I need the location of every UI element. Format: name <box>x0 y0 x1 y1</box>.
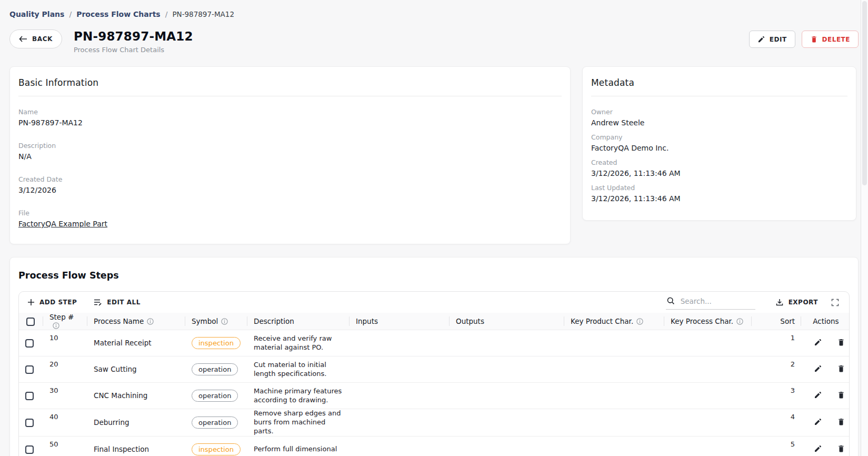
info-icon[interactable] <box>736 318 743 325</box>
column-header-kprc[interactable]: Key Process Char. <box>664 313 752 330</box>
row-checkbox[interactable] <box>25 392 34 400</box>
steps-table: Step #Process NameSymbolDescriptionInput… <box>19 313 850 456</box>
row-checkbox[interactable] <box>25 365 34 374</box>
field-created: Created3/12/2026, 11:13:46 AM <box>591 158 847 177</box>
cell-description: Remove sharp edges and burrs from machin… <box>247 409 350 437</box>
trash-icon <box>810 35 818 43</box>
pencil-icon <box>814 338 822 346</box>
symbol-chip: inspection <box>192 337 241 349</box>
scrollbar-thumb[interactable] <box>862 1 867 185</box>
table-row: 40 Deburring operation Remove sharp edge… <box>19 409 850 437</box>
breadcrumb-item-quality-plans[interactable]: Quality Plans <box>9 10 64 18</box>
cell-sort: 4 <box>752 409 801 437</box>
export-button[interactable]: EXPORT <box>774 296 819 309</box>
info-icon[interactable] <box>147 318 154 325</box>
row-delete-button[interactable] <box>835 389 847 403</box>
field-value: Andrew Steele <box>591 118 847 127</box>
basic-information-card: Basic Information NamePN-987897-MA12Desc… <box>9 66 571 244</box>
pencil-icon <box>814 364 822 373</box>
cell-description: Cut material to initial length specifica… <box>247 356 350 383</box>
field-label: Last Updated <box>591 184 847 192</box>
pencil-icon <box>814 444 822 453</box>
field-created-date: Created Date3/12/2026 <box>18 175 562 194</box>
info-icon[interactable] <box>636 318 643 325</box>
row-checkbox[interactable] <box>25 445 34 454</box>
row-edit-button[interactable] <box>812 442 824 456</box>
cell-description: Receive and verify raw material against … <box>247 330 350 356</box>
table-toolbar: ADD STEP EDIT ALL EXPORT <box>19 292 849 313</box>
column-header-kpc[interactable]: Key Product Char. <box>564 313 664 330</box>
cell-inputs <box>350 436 450 456</box>
column-header-outputs[interactable]: Outputs <box>450 313 564 330</box>
column-header-name[interactable]: Process Name <box>87 313 185 330</box>
row-delete-button[interactable] <box>835 442 847 456</box>
fullscreen-button[interactable] <box>830 297 841 308</box>
download-icon <box>775 298 784 306</box>
row-delete-button[interactable] <box>835 362 847 376</box>
trash-icon <box>837 418 845 426</box>
fullscreen-icon <box>831 299 839 306</box>
cell-kpc <box>564 436 664 456</box>
column-label: Step # <box>49 313 74 321</box>
cell-step: 10 <box>43 330 87 356</box>
file-link[interactable]: FactoryQA Example Part <box>18 220 562 228</box>
row-edit-button[interactable] <box>812 362 824 376</box>
delete-button[interactable]: DELETE <box>802 31 859 48</box>
field-label: File <box>18 209 562 217</box>
field-value: PN-987897-MA12 <box>18 118 562 127</box>
pencil-icon <box>814 418 822 426</box>
info-icon[interactable] <box>221 318 228 325</box>
row-delete-button[interactable] <box>835 336 847 350</box>
column-header-actions[interactable]: Actions <box>801 313 850 330</box>
info-icon[interactable] <box>53 322 59 329</box>
cell-sort: 5 <box>752 436 801 456</box>
back-button[interactable]: BACK <box>9 29 62 48</box>
column-label: Key Process Char. <box>671 317 733 325</box>
breadcrumb-separator: / <box>165 10 168 18</box>
column-header-symbol[interactable]: Symbol <box>185 313 247 330</box>
trash-icon <box>837 444 845 453</box>
delete-button-label: DELETE <box>822 36 850 43</box>
page-title: PN-987897-MA12 <box>74 29 193 43</box>
breadcrumb-item-process-flow-charts[interactable]: Process Flow Charts <box>76 10 161 18</box>
edit-all-button[interactable]: EDIT ALL <box>93 296 142 309</box>
column-header-step[interactable]: Step # <box>43 313 87 330</box>
table-row: 30 CNC Machining operation Machine prima… <box>19 383 850 409</box>
cell-sort: 2 <box>752 356 801 383</box>
field-label: Description <box>18 142 562 150</box>
symbol-chip: inspection <box>192 443 241 455</box>
column-header-sort[interactable]: Sort <box>752 313 801 330</box>
add-step-button[interactable]: ADD STEP <box>26 296 78 308</box>
table-header-row: Step #Process NameSymbolDescriptionInput… <box>19 313 850 330</box>
divider <box>18 96 562 96</box>
column-label: Sort <box>780 317 795 325</box>
breadcrumb-separator: / <box>69 10 72 18</box>
cell-process-name: Deburring <box>87 409 185 437</box>
row-checkbox[interactable] <box>25 419 34 427</box>
search-icon <box>667 297 675 305</box>
row-edit-button[interactable] <box>812 336 824 350</box>
select-all-checkbox[interactable] <box>26 318 35 326</box>
field-label: Created <box>591 158 847 166</box>
edit-button[interactable]: EDIT <box>749 31 795 48</box>
symbol-chip: operation <box>192 417 238 429</box>
metadata-title: Metadata <box>591 77 847 88</box>
row-edit-button[interactable] <box>812 389 824 403</box>
symbol-chip: operation <box>192 390 238 402</box>
column-header-description[interactable]: Description <box>247 313 350 330</box>
column-header-inputs[interactable]: Inputs <box>350 313 450 330</box>
cell-sort: 3 <box>752 383 801 409</box>
table-row: 20 Saw Cutting operation Cut material to… <box>19 356 850 383</box>
field-value: 3/12/2026, 11:13:46 AM <box>591 169 847 177</box>
search-input[interactable] <box>680 296 749 306</box>
row-checkbox[interactable] <box>25 339 34 348</box>
cell-inputs <box>350 409 450 437</box>
page-subtitle: Process Flow Chart Details <box>74 46 193 54</box>
vertical-scrollbar[interactable] <box>861 0 868 456</box>
row-edit-button[interactable] <box>812 415 824 430</box>
column-label: Actions <box>813 317 839 325</box>
field-value: FactoryQA Demo Inc. <box>591 144 847 152</box>
row-delete-button[interactable] <box>835 415 847 430</box>
steps-table-container: ADD STEP EDIT ALL EXPORT <box>18 291 850 456</box>
field-name: NamePN-987897-MA12 <box>18 108 562 127</box>
